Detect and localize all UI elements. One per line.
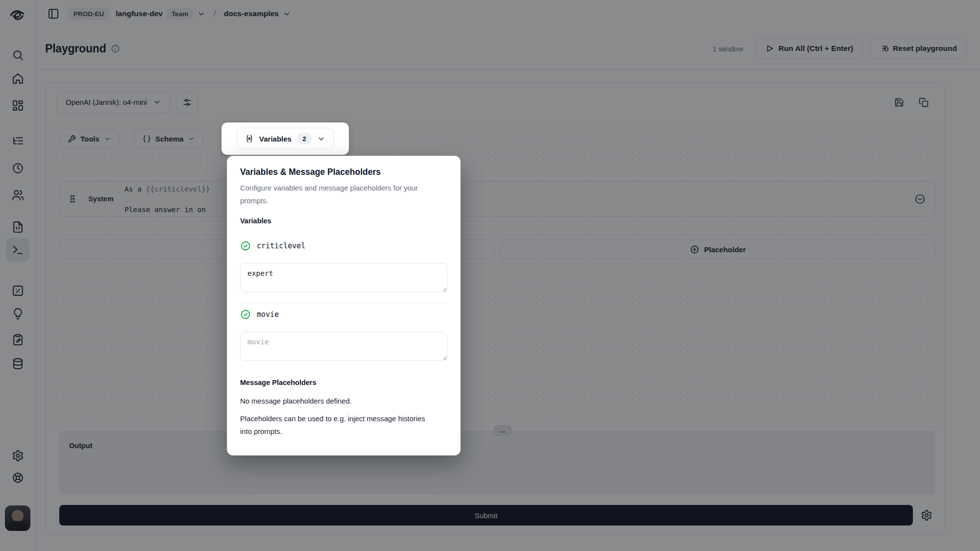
variable-row: criticlevel (240, 240, 447, 251)
placeholders-help-text: Placeholders can be used to e.g. inject … (240, 412, 436, 438)
check-circle-icon (240, 240, 251, 251)
placeholders-section-heading: Message Placeholders (240, 379, 447, 386)
variables-trigger-card: Variables 2 (221, 122, 349, 155)
variable-row: movie (240, 309, 447, 320)
variable-icon (245, 134, 254, 143)
variables-dropdown[interactable]: Variables 2 (237, 128, 334, 149)
modal-overlay[interactable] (0, 0, 980, 551)
check-circle-icon (240, 309, 251, 320)
popover-description: Configure variables and message placehol… (240, 182, 436, 207)
variable-value-input[interactable] (240, 332, 447, 361)
popover-title: Variables & Message Placeholders (240, 167, 447, 177)
variable-name: movie (257, 310, 279, 319)
variables-section-heading: Variables (240, 217, 447, 225)
divider (240, 303, 447, 303)
placeholders-empty-text: No message placeholders defined. (240, 395, 436, 407)
chevron-down-icon (317, 135, 325, 143)
variables-count-badge: 2 (297, 133, 312, 144)
variable-name: criticlevel (257, 241, 305, 250)
variable-value-input[interactable]: expert (240, 263, 447, 292)
variables-popover: Variables & Message Placeholders Configu… (227, 156, 461, 455)
